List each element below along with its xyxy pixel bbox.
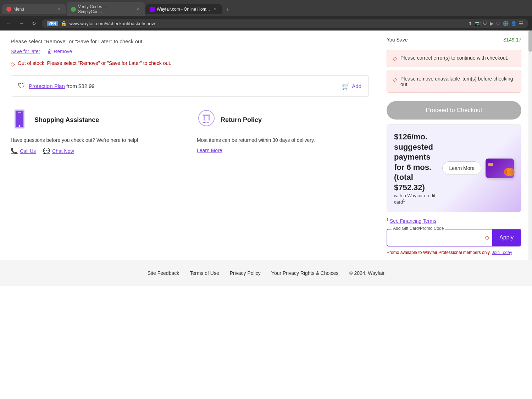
return-policy-section: Return Policy Most items can be returned… — [197, 107, 369, 154]
promo-code-label: Add Gift Card/Promo Code — [392, 226, 445, 231]
error-box-2: ◇ Please remove unavailable item(s) befo… — [387, 71, 521, 93]
promo-join-link[interactable]: Join Today — [492, 250, 512, 255]
protection-plan-box: 🛡 Protection Plan from $82.99 🛒 Add — [11, 75, 369, 97]
promo-code-input[interactable] — [387, 230, 482, 245]
right-column: You Save $149.17 ◇ Please correct error(… — [379, 31, 528, 260]
promo-apply-button[interactable]: Apply — [492, 229, 521, 246]
protection-plan-add-button[interactable]: 🛒 Add — [342, 82, 361, 90]
tab-bar: Menú ✕ Verify Codes — SimplyCod... ✕ Way… — [0, 0, 532, 16]
tab-title-menu: Menú — [13, 7, 24, 12]
url-text[interactable]: www.wayfair.com/v/checkout/basket/show — [70, 21, 465, 26]
financing-terms: 1 See Financing Terms — [387, 218, 521, 224]
play-icon[interactable]: ▶ — [490, 21, 494, 26]
profile-icon[interactable]: 👤 — [511, 21, 517, 26]
credit-card-logo — [504, 168, 512, 176]
credit-card-graphic — [486, 159, 514, 178]
credit-learn-more-button[interactable]: Learn More — [442, 161, 481, 175]
shopping-assistance-header: Shopping Assistance — [11, 107, 183, 132]
svg-rect-9 — [209, 116, 210, 121]
scrollbar-thumb[interactable] — [528, 31, 532, 52]
camera-icon[interactable]: 📷 — [475, 21, 481, 26]
svg-rect-2 — [16, 111, 23, 127]
footer-privacy-policy[interactable]: Privacy Policy — [230, 270, 261, 276]
tab-close-wayfair[interactable]: ✕ — [212, 6, 218, 12]
lock-icon: 🔒 — [61, 21, 67, 26]
return-policy-icon — [197, 107, 216, 132]
warning-text: Out of stock. Please select "Remove" or … — [18, 60, 171, 67]
svg-rect-4 — [18, 112, 21, 113]
tab-close-menu[interactable]: ✕ — [56, 6, 62, 12]
services-section: Shopping Assistance Have questions befor… — [11, 107, 369, 154]
footer-privacy-rights[interactable]: Your Privacy Rights & Choices — [271, 270, 338, 276]
protection-plan-left: 🛡 Protection Plan from $82.99 — [18, 82, 95, 90]
error-text-1: Please correct error(s) to continue with… — [400, 55, 508, 61]
action-links: Save for later 🗑 Remove — [11, 49, 369, 54]
remove-link[interactable]: 🗑 Remove — [47, 49, 72, 54]
credit-promo-superscript: 1 — [403, 198, 405, 203]
cart-plus-icon: 🛒 — [342, 82, 350, 90]
remove-label: Remove — [54, 49, 72, 54]
svg-point-6 — [199, 110, 214, 126]
protection-plan-link[interactable]: Protection Plan — [29, 83, 65, 89]
phone-icon: 📞 — [11, 148, 18, 154]
financing-superscript: 1 — [387, 218, 389, 222]
promo-clear-icon[interactable]: ◇ — [482, 234, 492, 242]
out-of-stock-warning: ◇ Out of stock. Please select "Remove" o… — [11, 60, 369, 68]
you-save-amount: $149.17 — [503, 37, 521, 43]
return-policy-title: Return Policy — [221, 116, 262, 124]
credit-promo-right: Learn More — [442, 159, 514, 178]
checkout-button[interactable]: Proceed to Checkout — [387, 101, 521, 120]
share-icon[interactable]: ⬆ — [468, 21, 472, 26]
shopping-assistance-title: Shopping Assistance — [34, 116, 99, 124]
back-button[interactable]: ← — [4, 18, 13, 28]
credit-promo-left: $126/mo. suggested payments for 6 mos. (… — [394, 132, 442, 205]
refresh-button[interactable]: ↻ — [29, 18, 39, 28]
warning-diamond-icon: ◇ — [11, 60, 15, 68]
shopping-assistance-section: Shopping Assistance Have questions befor… — [11, 107, 183, 154]
svg-point-3 — [19, 125, 21, 127]
call-us-link[interactable]: 📞 Call Us — [11, 148, 36, 154]
add-label: Add — [352, 83, 361, 89]
footer-site-feedback[interactable]: Site Feedback — [148, 270, 179, 276]
tab-close-verify[interactable]: ✕ — [135, 6, 140, 12]
chat-now-link[interactable]: 💬 Chat Now — [43, 148, 74, 154]
heart-icon[interactable]: ♡ — [496, 21, 500, 26]
footer: Site Feedback Terms of Use Privacy Polic… — [0, 260, 532, 286]
from-text: from — [66, 83, 77, 89]
url-action-icons: ⬆ 📷 🛡 ▶ ♡ 🌐 👤 ☰ — [468, 21, 523, 26]
tab-menu[interactable]: Menú ✕ — [2, 4, 66, 14]
svg-rect-8 — [204, 116, 205, 121]
protection-plan-price: $82.99 — [78, 83, 95, 89]
forward-button[interactable]: → — [16, 18, 26, 28]
promo-note-text: Promo available to Wayfair Professional … — [387, 250, 491, 255]
protection-plan-text: Protection Plan from $82.99 — [29, 83, 95, 89]
error-box-1: ◇ Please correct error(s) to continue wi… — [387, 50, 521, 67]
tab-wayfair[interactable]: Wayfair.com - Online Hom... ✕ — [145, 4, 222, 14]
return-policy-header: Return Policy — [197, 107, 369, 132]
credit-promo-section: $126/mo. suggested payments for 6 mos. (… — [387, 124, 521, 212]
credit-card-chip — [488, 163, 493, 166]
shopping-assistance-icon — [11, 107, 30, 132]
tab-favicon-wayfair — [150, 7, 155, 12]
tab-verify[interactable]: Verify Codes — SimplyCod... ✕ — [67, 2, 145, 16]
return-policy-learn-more-link[interactable]: Learn More — [197, 148, 222, 153]
save-for-later-link[interactable]: Save for later — [11, 49, 40, 54]
svg-rect-7 — [203, 115, 210, 116]
url-bar[interactable]: VPN 🔒 www.wayfair.com/v/checkout/basket/… — [42, 19, 528, 28]
translate-icon[interactable]: 🌐 — [503, 21, 509, 26]
trash-icon: 🗑 — [47, 49, 52, 54]
return-policy-desc: Most items can be returned within 30 day… — [197, 137, 369, 144]
error-diamond-icon-1: ◇ — [393, 55, 397, 62]
footer-terms-of-use[interactable]: Terms of Use — [190, 270, 219, 276]
shield-browser-icon[interactable]: 🛡 — [483, 21, 488, 26]
chat-now-label: Chat Now — [52, 148, 74, 154]
financing-terms-link[interactable]: See Financing Terms — [390, 218, 436, 224]
menu-dots-icon[interactable]: ☰ — [519, 21, 523, 26]
new-tab-button[interactable]: + — [223, 4, 233, 15]
tab-title-wayfair: Wayfair.com - Online Hom... — [157, 7, 210, 12]
scrollbar[interactable] — [528, 31, 532, 260]
tab-title-verify: Verify Codes — SimplyCod... — [78, 4, 133, 14]
protection-shield-icon: 🛡 — [18, 82, 25, 90]
credit-promo-desc: with a Wayfair credit card1 — [394, 193, 442, 205]
chat-icon: 💬 — [43, 148, 50, 154]
